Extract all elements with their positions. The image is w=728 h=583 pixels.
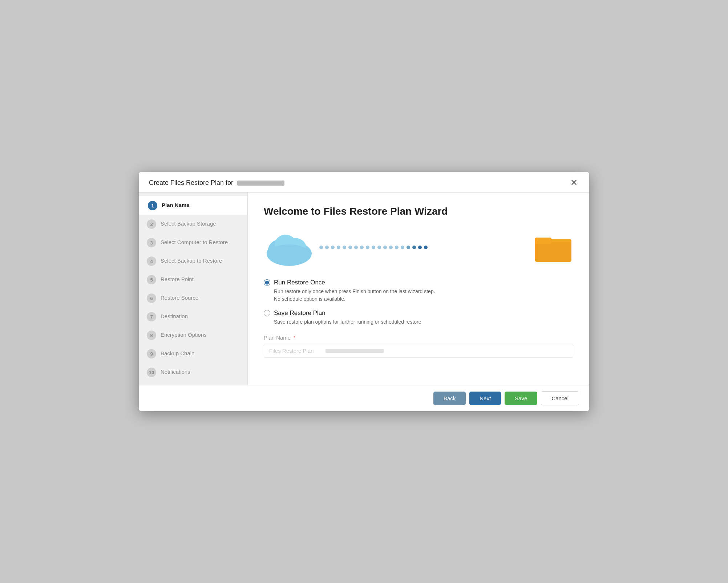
dot-10 — [372, 246, 375, 249]
step-label-10: Notifications — [161, 367, 190, 376]
wizard-title: Welcome to Files Restore Plan Wizard — [264, 206, 573, 217]
input-redacted — [325, 349, 384, 353]
step-num-4: 4 — [147, 256, 156, 266]
sidebar-item-select-backup-to-restore[interactable]: 4Select Backup to Restore — [139, 252, 247, 270]
dot-1 — [319, 246, 323, 249]
dot-7 — [354, 246, 358, 249]
dots-line — [315, 246, 533, 249]
close-button[interactable]: ✕ — [569, 178, 579, 187]
dot-13 — [389, 246, 393, 249]
dot-14 — [395, 246, 399, 249]
cancel-button[interactable]: Cancel — [541, 391, 579, 405]
sidebar-item-restore-point[interactable]: 5Restore Point — [139, 270, 247, 289]
step-label-3: Select Computer to Restore — [161, 238, 228, 246]
svg-rect-7 — [535, 242, 571, 262]
step-num-8: 8 — [147, 331, 156, 340]
save-restore-plan-radio[interactable] — [264, 310, 270, 316]
dot-15 — [401, 246, 404, 249]
dialog-title: Create Files Restore Plan for — [149, 179, 284, 187]
sidebar-item-plan-name[interactable]: 1Plan Name — [139, 196, 247, 215]
step-label-5: Restore Point — [161, 275, 194, 283]
step-num-9: 9 — [147, 349, 156, 359]
options-section: Run Restore Once Run restore only once w… — [264, 279, 573, 358]
plan-name-input[interactable] — [264, 344, 573, 358]
step-num-3: 3 — [147, 238, 156, 247]
dot-8 — [360, 246, 364, 249]
title-redacted — [237, 181, 284, 186]
sidebar-item-destination[interactable]: 7Destination — [139, 307, 247, 326]
run-restore-once-option[interactable]: Run Restore Once — [264, 279, 573, 286]
run-once-desc1: Run restore only once when press Finish … — [274, 288, 435, 294]
sidebar: 1Plan Name2Select Backup Storage3Select … — [139, 193, 248, 385]
step-label-2: Select Backup Storage — [161, 219, 216, 227]
dot-17 — [412, 246, 416, 249]
save-restore-plan-option[interactable]: Save Restore Plan — [264, 309, 573, 317]
cloud-icon — [264, 227, 315, 267]
sidebar-item-encryption-options[interactable]: 8Encryption Options — [139, 326, 247, 344]
run-restore-once-label: Run Restore Once — [274, 279, 325, 286]
dialog: Create Files Restore Plan for ✕ 1Plan Na… — [139, 172, 589, 411]
step-label-8: Encryption Options — [161, 330, 207, 339]
step-num-5: 5 — [147, 275, 156, 284]
dot-11 — [377, 246, 381, 249]
save-restore-plan-desc: Save restore plan options for further ru… — [274, 318, 573, 326]
step-label-1: Plan Name — [162, 201, 190, 209]
dot-12 — [383, 246, 387, 249]
plan-name-label: Plan Name * — [264, 335, 573, 341]
run-restore-once-desc: Run restore only once when press Finish … — [274, 288, 573, 303]
folder-icon — [533, 231, 573, 264]
step-label-4: Select Backup to Restore — [161, 256, 222, 264]
step-num-7: 7 — [147, 312, 156, 321]
dot-18 — [418, 246, 422, 249]
plan-name-section: Plan Name * — [264, 332, 573, 358]
sidebar-item-restore-source[interactable]: 6Restore Source — [139, 289, 247, 307]
dot-5 — [343, 246, 346, 249]
run-once-desc2: No schedule option is available. — [274, 296, 345, 302]
dialog-body: 1Plan Name2Select Backup Storage3Select … — [139, 193, 589, 385]
dialog-footer: Back Next Save Cancel — [139, 385, 589, 411]
sidebar-item-select-backup-storage[interactable]: 2Select Backup Storage — [139, 215, 247, 233]
dot-16 — [407, 246, 410, 249]
sidebar-item-backup-chain[interactable]: 9Backup Chain — [139, 344, 247, 363]
run-restore-once-radio[interactable] — [264, 279, 270, 286]
dot-3 — [331, 246, 335, 249]
sidebar-item-select-computer-to-restore[interactable]: 3Select Computer to Restore — [139, 233, 247, 252]
step-num-10: 10 — [147, 368, 156, 377]
main-content: Welcome to Files Restore Plan Wizard — [248, 193, 589, 385]
step-num-6: 6 — [147, 293, 156, 303]
dot-4 — [337, 246, 340, 249]
dot-2 — [325, 246, 329, 249]
step-label-6: Restore Source — [161, 293, 198, 301]
svg-point-4 — [267, 244, 311, 265]
dialog-header: Create Files Restore Plan for ✕ — [139, 172, 589, 193]
save-button[interactable]: Save — [505, 392, 537, 405]
plan-name-label-text: Plan Name — [264, 335, 291, 341]
dot-6 — [348, 246, 352, 249]
step-label-9: Backup Chain — [161, 349, 194, 357]
step-num-1: 1 — [148, 201, 157, 210]
sidebar-item-notifications[interactable]: 10Notifications — [139, 363, 247, 381]
step-label-7: Destination — [161, 312, 188, 320]
save-restore-plan-label: Save Restore Plan — [274, 309, 325, 317]
required-asterisk: * — [293, 335, 295, 341]
dot-19 — [424, 246, 428, 249]
step-num-2: 2 — [147, 219, 156, 229]
illustration — [264, 227, 573, 267]
back-button[interactable]: Back — [433, 392, 466, 405]
dot-9 — [366, 246, 369, 249]
title-text: Create Files Restore Plan for — [149, 179, 233, 186]
svg-rect-8 — [535, 238, 551, 244]
next-button[interactable]: Next — [469, 392, 501, 405]
